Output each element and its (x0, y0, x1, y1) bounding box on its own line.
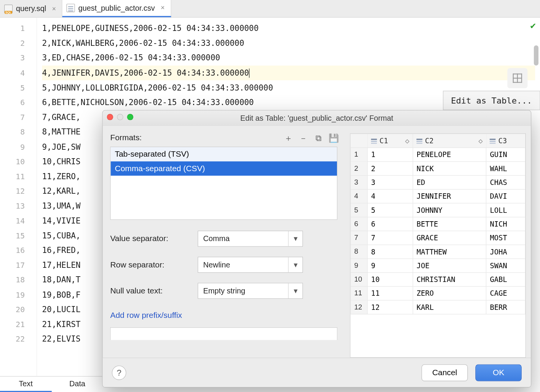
table-cell[interactable]: 9 (368, 259, 413, 272)
code-line[interactable]: 3,ED,CHASE,2006-02-15 04:34:33.000000 (42, 50, 535, 65)
code-line[interactable]: 4,JENNIFER,DAVIS,2006-02-15 04:34:33.000… (42, 65, 535, 80)
table-row[interactable]: 11PENELOPEGUIN (351, 148, 525, 162)
table-cell[interactable]: JOHA (486, 245, 525, 259)
scrollbar-thumb[interactable] (533, 45, 538, 66)
table-cell[interactable]: SWAN (486, 259, 525, 272)
table-cell[interactable]: PENELOPE (413, 148, 486, 162)
table-cell[interactable]: 11 (368, 287, 413, 300)
line-number: 3 (0, 50, 25, 65)
sort-icon[interactable]: ◇ (405, 137, 409, 145)
table-row[interactable]: 88MATTHEWJOHA (351, 245, 525, 259)
table-cell[interactable]: BETTE (413, 217, 486, 231)
table-row[interactable]: 44JENNIFERDAVI (351, 190, 525, 203)
line-number: 10 (0, 154, 25, 169)
table-cell[interactable]: BERR (486, 300, 525, 314)
add-format-icon[interactable]: ＋ (285, 134, 292, 142)
copy-format-icon[interactable]: ⧉ (315, 134, 322, 142)
help-button[interactable]: ? (112, 365, 126, 379)
table-cell[interactable]: MATTHEW (413, 245, 486, 259)
table-cell[interactable]: 4 (368, 190, 413, 203)
dialog-titlebar: Edit as Table: 'guest_public_actor.csv' … (102, 110, 531, 126)
table-row[interactable]: 55JOHNNYLOLL (351, 203, 525, 217)
format-item-tsv[interactable]: Tab-separated (TSV) (111, 147, 337, 161)
column-icon (416, 139, 422, 144)
table-cell[interactable]: 12 (368, 300, 413, 314)
line-number-gutter: 12345678910111213141516171819202122 (0, 18, 37, 376)
table-cell[interactable]: GABL (486, 272, 525, 286)
close-icon[interactable]: × (49, 5, 56, 13)
table-cell[interactable]: 2 (368, 162, 413, 175)
row-separator-select[interactable]: Newline ▾ (198, 257, 303, 273)
table-cell[interactable]: 7 (368, 231, 413, 245)
code-line[interactable]: 1,PENELOPE,GUINESS,2006-02-15 04:34:33.0… (42, 21, 535, 36)
line-number: 11 (0, 169, 25, 184)
table-cell[interactable]: DAVI (486, 190, 525, 203)
table-cell[interactable]: CAGE (486, 287, 525, 300)
remove-format-icon[interactable]: － (299, 134, 307, 142)
table-cell[interactable]: GRACE (413, 231, 486, 245)
tab-query-sql[interactable]: SQL query.sql × (0, 0, 62, 17)
table-cell[interactable]: LOLL (486, 203, 525, 217)
table-cell[interactable]: NICK (413, 162, 486, 175)
value-separator-select[interactable]: Comma ▾ (198, 231, 303, 247)
line-number: 22 (0, 332, 25, 347)
close-icon[interactable] (107, 114, 113, 120)
table-row[interactable]: 1212KARLBERR (351, 300, 525, 314)
edit-as-table-gutter-button[interactable] (507, 68, 527, 88)
row-number: 4 (351, 190, 368, 203)
close-icon[interactable]: × (158, 4, 165, 12)
table-cell[interactable]: JOHNNY (413, 203, 486, 217)
table-cell[interactable]: WAHL (486, 162, 525, 175)
line-number: 5 (0, 80, 25, 95)
column-icon (490, 139, 496, 144)
table-cell[interactable]: 8 (368, 245, 413, 259)
table-cell[interactable]: NICH (486, 217, 525, 231)
cancel-button[interactable]: Cancel (421, 364, 468, 381)
table-row[interactable]: 77GRACEMOST (351, 231, 525, 245)
table-row[interactable]: 33EDCHAS (351, 175, 525, 189)
line-number: 20 (0, 302, 25, 317)
inspection-ok-icon: ✔ (530, 20, 536, 31)
column-header-c1[interactable]: C1◇ (368, 134, 413, 147)
line-number: 21 (0, 317, 25, 332)
code-line[interactable]: 2,NICK,WAHLBERG,2006-02-15 04:34:33.0000… (42, 36, 535, 51)
table-cell[interactable]: 1 (368, 148, 413, 162)
null-value-select[interactable]: Empty string ▾ (198, 283, 303, 299)
table-cell[interactable]: 5 (368, 203, 413, 217)
table-cell[interactable]: ZERO (413, 287, 486, 300)
table-cell[interactable]: JOE (413, 259, 486, 272)
table-cell[interactable]: KARL (413, 300, 486, 314)
column-header-c3[interactable]: C3 (486, 134, 525, 147)
row-number: 6 (351, 217, 368, 231)
dialog-title: Edit as Table: 'guest_public_actor.csv' … (240, 114, 393, 122)
table-cell[interactable]: 6 (368, 217, 413, 231)
table-cell[interactable]: MOST (486, 231, 525, 245)
view-tab-data[interactable]: Data (52, 376, 103, 392)
table-row[interactable]: 1111ZEROCAGE (351, 287, 525, 300)
tab-guest-csv[interactable]: guest_public_actor.csv × (62, 0, 171, 17)
sql-file-icon: SQL (4, 5, 13, 13)
edit-as-table-tooltip[interactable]: Edit as Table... (443, 91, 540, 110)
ok-button[interactable]: OK (475, 364, 522, 381)
line-number: 13 (0, 199, 25, 214)
table-cell[interactable]: CHRISTIAN (413, 272, 486, 286)
table-row[interactable]: 22NICKWAHL (351, 162, 525, 175)
table-cell[interactable]: ED (413, 175, 486, 189)
sort-icon[interactable]: ◇ (478, 137, 483, 145)
row-number: 3 (351, 175, 368, 189)
table-cell[interactable]: 10 (368, 272, 413, 286)
table-row[interactable]: 99JOESWAN (351, 259, 525, 272)
table-cell[interactable]: GUIN (486, 148, 525, 162)
table-cell[interactable]: 3 (368, 175, 413, 189)
table-cell[interactable]: CHAS (486, 175, 525, 189)
vertical-scrollbar[interactable] (533, 36, 539, 375)
format-item-csv[interactable]: Comma-separated (CSV) (111, 161, 337, 175)
view-tab-text[interactable]: Text (0, 376, 52, 392)
add-row-prefix-suffix-link[interactable]: Add row prefix/suffix (110, 311, 182, 320)
formats-list[interactable]: Tab-separated (TSV) Comma-separated (CSV… (110, 147, 337, 220)
table-row[interactable]: 66BETTENICH (351, 217, 525, 231)
table-cell[interactable]: JENNIFER (413, 190, 486, 203)
zoom-icon[interactable] (127, 114, 133, 120)
column-header-c2[interactable]: C2◇ (413, 134, 486, 147)
table-row[interactable]: 1010CHRISTIANGABL (351, 272, 525, 286)
